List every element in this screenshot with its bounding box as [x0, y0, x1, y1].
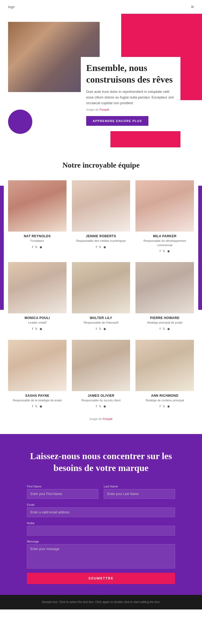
facebook-icon[interactable]: f — [160, 405, 161, 408]
instagram-icon[interactable]: ◉ — [40, 245, 42, 249]
twitter-icon[interactable]: 𝕏 — [35, 245, 37, 249]
team-member-role: Stratège principal de projet — [138, 321, 192, 325]
contact-form: First Name Last Name Email Nullia Messag… — [27, 485, 175, 584]
hero-content: Ensemble, nous construisons des rêves Du… — [81, 57, 180, 131]
team-photo-placeholder — [135, 180, 194, 232]
team-info: JAMES OLIVIER Responsable du succès clie… — [72, 391, 130, 408]
twitter-icon[interactable]: 𝕏 — [35, 405, 37, 408]
facebook-icon[interactable]: f — [96, 245, 97, 249]
team-member-name: WALTER LILY — [74, 316, 128, 320]
team-photo-placeholder — [72, 180, 130, 232]
team-member-name: MILA PARKER — [138, 234, 192, 238]
instagram-icon[interactable]: ◉ — [167, 327, 170, 331]
email-group: Email — [27, 503, 175, 517]
team-info: NAT REYNOLDS Fondateur f 𝕏 ◉ — [8, 232, 67, 249]
team-social-links: f 𝕏 ◉ — [138, 405, 192, 408]
instagram-icon[interactable]: ◉ — [167, 249, 170, 253]
email-row: Email — [27, 503, 175, 517]
facebook-icon[interactable]: f — [32, 245, 33, 249]
team-member-name: JENNIE ROBERTS — [74, 234, 128, 238]
instagram-icon[interactable]: ◉ — [103, 245, 106, 249]
team-photo-placeholder — [135, 262, 194, 313]
hero-section: Ensemble, nous construisons des rêves Du… — [0, 14, 202, 147]
team-section: Notre incroyable équipe NAT REYNOLDS Fon… — [0, 147, 202, 429]
footer: Sample text. Click to select the text bo… — [0, 595, 202, 609]
facebook-icon[interactable]: f — [32, 405, 33, 408]
navbar: logo ≡ — [0, 0, 202, 14]
team-member-role: Responsable de la stratégie de projet — [10, 398, 64, 402]
last-name-group: Last Name — [104, 485, 175, 499]
team-social-links: f 𝕏 ◉ — [74, 327, 128, 331]
instagram-icon[interactable]: ◉ — [103, 327, 106, 331]
instagram-icon[interactable]: ◉ — [167, 405, 170, 408]
facebook-icon[interactable]: f — [160, 327, 161, 331]
name-row: First Name Last Name — [27, 485, 175, 499]
nullia-input[interactable] — [27, 526, 175, 535]
team-section-title: Notre incroyable équipe — [8, 161, 194, 170]
facebook-icon[interactable]: f — [32, 327, 33, 331]
team-social-links: f 𝕏 ◉ — [74, 405, 128, 408]
team-photo — [8, 180, 67, 232]
team-member-name: NAT REYNOLDS — [10, 234, 64, 238]
team-card: JENNIE ROBERTS Responsable des médias nu… — [72, 180, 130, 257]
team-card: MILA PARKER Responsable du développement… — [135, 180, 194, 257]
team-photo — [135, 180, 194, 232]
grid-freepik-link[interactable]: Freepik — [103, 417, 113, 421]
team-photo — [135, 262, 194, 313]
hamburger-icon[interactable]: ≡ — [191, 4, 194, 10]
email-input[interactable] — [27, 507, 175, 517]
team-social-links: f 𝕏 ◉ — [10, 327, 64, 331]
twitter-icon[interactable]: 𝕏 — [35, 327, 37, 331]
team-info: WALTER LILY Responsable de l'interactif … — [72, 313, 130, 330]
twitter-icon[interactable]: 𝕏 — [99, 245, 101, 249]
email-label: Email — [27, 503, 175, 506]
team-member-role: Leader créatif — [10, 321, 64, 325]
message-textarea[interactable] — [27, 544, 175, 568]
team-social-links: f 𝕏 ◉ — [138, 327, 192, 331]
twitter-icon[interactable]: 𝕏 — [163, 249, 165, 253]
team-grid: NAT REYNOLDS Fondateur f 𝕏 ◉ JENNIE ROBE… — [8, 180, 194, 412]
instagram-icon[interactable]: ◉ — [103, 405, 106, 408]
team-photo — [8, 340, 67, 391]
instagram-icon[interactable]: ◉ — [40, 327, 42, 331]
last-name-input[interactable] — [104, 489, 175, 499]
team-social-links: f 𝕏 ◉ — [10, 245, 64, 249]
team-info: SASHA PAYNE Responsable de la stratégie … — [8, 391, 67, 408]
team-card: PIERRE HOWARD Stratège principal de proj… — [135, 262, 194, 334]
facebook-icon[interactable]: f — [96, 327, 97, 331]
team-member-role: Fondateur — [10, 239, 64, 243]
team-photo-placeholder — [72, 262, 130, 313]
team-member-name: JAMES OLIVIER — [74, 394, 128, 398]
team-member-role: Responsable des médias numériques — [74, 239, 128, 243]
team-info: JENNIE ROBERTS Responsable des médias nu… — [72, 232, 130, 249]
team-info: ANN RICHMOND Stratège de contenu princip… — [135, 391, 194, 408]
first-name-input[interactable] — [27, 489, 98, 499]
last-name-label: Last Name — [104, 485, 175, 488]
team-member-role: Responsable de l'interactif — [74, 321, 128, 325]
team-card: ANN RICHMOND Stratège de contenu princip… — [135, 340, 194, 412]
message-group: Message — [27, 540, 175, 568]
team-card: MONICA POULI Leader créatif f 𝕏 ◉ — [8, 262, 67, 334]
twitter-icon[interactable]: 𝕏 — [163, 327, 165, 331]
team-photo-placeholder — [8, 180, 67, 232]
team-card: NAT REYNOLDS Fondateur f 𝕏 ◉ — [8, 180, 67, 257]
team-social-links: f 𝕏 ◉ — [10, 405, 64, 408]
team-photo-placeholder — [72, 340, 130, 391]
hero-freepik-link[interactable]: Freepik — [99, 108, 109, 111]
hero-cta-button[interactable]: APPRENDRE ENCORE PLUS — [86, 116, 148, 126]
instagram-icon[interactable]: ◉ — [40, 405, 42, 408]
team-photo-placeholder — [135, 340, 194, 391]
team-photo-placeholder — [8, 262, 67, 313]
team-photo — [72, 180, 130, 232]
submit-button[interactable]: SOUMETTRE — [27, 573, 175, 584]
facebook-icon[interactable]: f — [160, 249, 161, 253]
purple-bar-right — [198, 186, 202, 310]
twitter-icon[interactable]: 𝕏 — [99, 405, 101, 408]
first-name-group: First Name — [27, 485, 98, 499]
grid-image-credit: Image de Freepik — [8, 417, 194, 421]
team-photo — [72, 262, 130, 313]
twitter-icon[interactable]: 𝕏 — [99, 327, 101, 331]
facebook-icon[interactable]: f — [96, 405, 97, 408]
team-photo — [72, 340, 130, 391]
twitter-icon[interactable]: 𝕏 — [163, 405, 165, 408]
